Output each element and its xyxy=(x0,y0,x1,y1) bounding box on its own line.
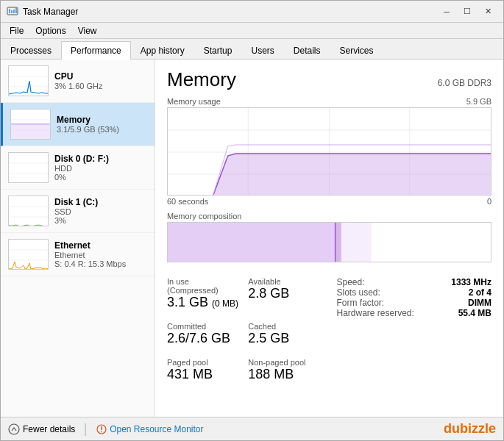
menu-bar: File Options View xyxy=(1,23,503,39)
main-content: CPU 3% 1.60 GHz Memory xyxy=(1,60,503,417)
chart-time-left: 60 seconds xyxy=(167,197,208,206)
stat-cached-value: 2.5 GB xyxy=(248,331,322,346)
disk0-info: Disk 0 (D: F:) HDD 0% xyxy=(54,154,147,182)
tab-details[interactable]: Details xyxy=(284,41,330,59)
svg-rect-32 xyxy=(336,223,341,262)
composition-section: Memory composition xyxy=(167,212,491,262)
chart-time-right: 0 xyxy=(487,197,491,206)
disk1-mini-chart xyxy=(8,196,49,226)
chart-label-row: Memory usage 5.9 GB xyxy=(167,97,491,106)
disk0-name: Disk 0 (D: F:) xyxy=(54,154,147,164)
close-button[interactable]: ✕ xyxy=(478,4,497,19)
stat-available: Available 2.8 GB xyxy=(248,274,322,313)
usage-chart xyxy=(167,107,491,196)
ethernet-mini-chart xyxy=(8,239,49,270)
ethernet-type: Ethernet xyxy=(54,251,147,259)
svg-marker-11 xyxy=(11,124,51,140)
ethernet-chart-svg xyxy=(9,240,49,270)
svg-point-37 xyxy=(101,431,102,432)
chart-label: Memory usage xyxy=(167,97,221,106)
chart-time-row: 60 seconds 0 xyxy=(167,197,491,206)
stat-in-use: In use (Compressed) 3.1 GB (0 MB) xyxy=(167,274,241,313)
stat-committed: Committed 2.6/7.6 GB xyxy=(167,319,241,349)
tab-processes[interactable]: Processes xyxy=(1,41,61,59)
title-bar-left: Task Manager xyxy=(7,6,78,18)
stat-available-value: 2.8 GB xyxy=(248,286,322,301)
tab-services[interactable]: Services xyxy=(330,41,383,59)
stat-nonpaged-value: 188 MB xyxy=(248,367,322,382)
tab-users[interactable]: Users xyxy=(241,41,283,59)
ethernet-speed: S: 0.4 R: 15.3 Mbps xyxy=(54,259,147,268)
right-panel: Memory 6.0 GB DDR3 Memory usage 5.9 GB xyxy=(155,60,503,417)
cpu-name: CPU xyxy=(54,71,147,82)
disk1-chart-svg xyxy=(9,196,49,226)
right-stats: Speed: 1333 MHz Slots used: 2 of 4 Form … xyxy=(337,274,492,385)
menu-view[interactable]: View xyxy=(72,24,103,37)
chevron-up-icon xyxy=(8,423,20,435)
ethernet-info: Ethernet Ethernet S: 0.4 R: 15.3 Mbps xyxy=(54,240,147,268)
memory-chart-svg xyxy=(11,110,51,140)
svg-rect-4 xyxy=(15,8,17,13)
svg-rect-1 xyxy=(9,9,10,13)
svg-rect-5 xyxy=(9,66,49,96)
disk1-name: Disk 1 (C:) xyxy=(54,197,147,207)
stats-area: In use (Compressed) 3.1 GB (0 MB) Availa… xyxy=(167,271,491,385)
separator: │ xyxy=(82,423,89,435)
svg-rect-12 xyxy=(9,153,49,183)
window-title: Task Manager xyxy=(23,7,78,17)
panel-subtitle: 6.0 GB DDR3 xyxy=(438,78,491,88)
title-bar: Task Manager ─ ☐ ✕ xyxy=(1,1,503,23)
sidebar-item-disk1[interactable]: Disk 1 (C:) SSD 3% xyxy=(1,190,155,233)
disk1-info: Disk 1 (C:) SSD 3% xyxy=(54,197,147,225)
bottom-bar: Fewer details │ Open Resource Monitor du… xyxy=(1,417,503,440)
composition-chart xyxy=(167,222,491,262)
minimize-button[interactable]: ─ xyxy=(437,4,456,19)
sidebar-item-cpu[interactable]: CPU 3% 1.60 GHz xyxy=(1,60,155,103)
stat-reserved-row: Hardware reserved: 55.4 MB xyxy=(337,308,492,318)
open-resource-monitor-link[interactable]: Open Resource Monitor xyxy=(96,424,203,434)
tab-startup[interactable]: Startup xyxy=(194,41,242,59)
memory-sub: 3.1/5.9 GB (53%) xyxy=(57,125,147,134)
maximize-button[interactable]: ☐ xyxy=(458,4,477,19)
memory-name: Memory xyxy=(57,115,147,125)
memory-mini-chart xyxy=(10,109,51,140)
disk0-mini-chart xyxy=(8,152,49,183)
memory-info: Memory 3.1/5.9 GB (53%) xyxy=(57,115,147,134)
svg-rect-2 xyxy=(11,10,13,13)
usage-chart-svg xyxy=(168,108,491,196)
left-stats: In use (Compressed) 3.1 GB (0 MB) Availa… xyxy=(167,271,322,385)
stat-paged-value: 431 MB xyxy=(167,367,241,382)
sidebar-item-disk0[interactable]: Disk 0 (D: F:) HDD 0% xyxy=(1,146,155,190)
tab-performance[interactable]: Performance xyxy=(61,41,131,60)
cpu-sub: 3% 1.60 GHz xyxy=(54,82,147,90)
stat-committed-value: 2.6/7.6 GB xyxy=(167,331,241,346)
cpu-chart-svg xyxy=(9,66,49,96)
resource-monitor-label: Open Resource Monitor xyxy=(110,424,203,434)
sidebar-item-memory[interactable]: Memory 3.1/5.9 GB (53%) xyxy=(1,103,155,146)
menu-file[interactable]: File xyxy=(4,24,29,37)
stat-paged: Paged pool 431 MB xyxy=(167,355,241,385)
cpu-info: CPU 3% 1.60 GHz xyxy=(54,71,147,90)
svg-rect-3 xyxy=(13,10,15,13)
task-manager-window: Task Manager ─ ☐ ✕ File Options View Pro… xyxy=(0,0,504,441)
panel-title: Memory xyxy=(167,68,236,91)
panel-header: Memory 6.0 GB DDR3 xyxy=(167,68,491,91)
dubizzle-watermark: dubizzle xyxy=(444,421,496,437)
stat-cached: Cached 2.5 GB xyxy=(248,319,322,349)
sidebar-item-ethernet[interactable]: Ethernet Ethernet S: 0.4 R: 15.3 Mbps xyxy=(1,233,155,276)
composition-chart-svg xyxy=(168,223,491,262)
svg-rect-33 xyxy=(341,223,372,262)
tabs-bar: Processes Performance App history Startu… xyxy=(1,39,503,60)
sidebar: CPU 3% 1.60 GHz Memory xyxy=(1,60,155,417)
chart-max: 5.9 GB xyxy=(466,97,491,106)
tab-app-history[interactable]: App history xyxy=(131,41,194,59)
menu-options[interactable]: Options xyxy=(29,24,71,37)
disk0-type: HDD xyxy=(54,164,147,173)
cpu-mini-chart xyxy=(8,65,49,96)
app-icon xyxy=(7,6,18,18)
fewer-details-button[interactable]: Fewer details xyxy=(8,423,75,435)
stat-slots-row: Slots used: 2 of 4 xyxy=(337,287,492,298)
window-controls: ─ ☐ ✕ xyxy=(437,4,497,19)
disk0-usage: 0% xyxy=(54,173,147,182)
svg-point-34 xyxy=(9,424,19,434)
